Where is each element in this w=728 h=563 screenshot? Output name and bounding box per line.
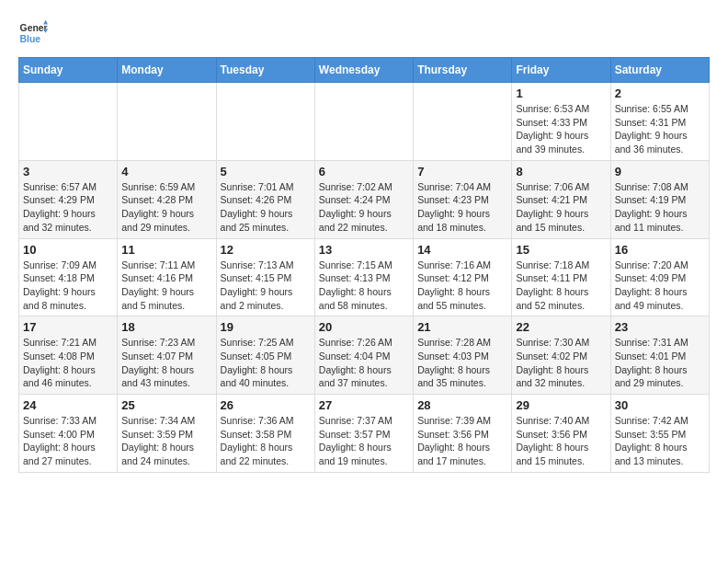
weekday-header-wednesday: Wednesday bbox=[314, 58, 413, 83]
day-number: 24 bbox=[23, 398, 113, 412]
day-info: Sunrise: 6:53 AM Sunset: 4:33 PM Dayligh… bbox=[516, 102, 606, 156]
day-info: Sunrise: 7:21 AM Sunset: 4:08 PM Dayligh… bbox=[23, 336, 113, 390]
day-info: Sunrise: 6:59 AM Sunset: 4:28 PM Dayligh… bbox=[121, 180, 211, 235]
day-info: Sunrise: 7:25 AM Sunset: 4:05 PM Dayligh… bbox=[221, 336, 311, 390]
logo: General Blue bbox=[18, 18, 53, 48]
day-number: 13 bbox=[319, 243, 409, 257]
day-info: Sunrise: 7:33 AM Sunset: 4:00 PM Dayligh… bbox=[23, 414, 113, 468]
page-header: General Blue bbox=[18, 18, 710, 48]
weekday-header-monday: Monday bbox=[118, 58, 216, 83]
calendar-table: SundayMondayTuesdayWednesdayThursdayFrid… bbox=[18, 57, 710, 473]
calendar-cell bbox=[19, 83, 118, 161]
calendar-cell: 27Sunrise: 7:37 AM Sunset: 3:57 PM Dayli… bbox=[314, 395, 413, 473]
day-info: Sunrise: 7:04 AM Sunset: 4:23 PM Dayligh… bbox=[417, 180, 507, 235]
day-number: 8 bbox=[516, 165, 606, 178]
calendar-cell: 24Sunrise: 7:33 AM Sunset: 4:00 PM Dayli… bbox=[19, 395, 118, 473]
day-number: 18 bbox=[121, 320, 211, 334]
calendar-cell bbox=[118, 83, 216, 161]
calendar-cell: 7Sunrise: 7:04 AM Sunset: 4:23 PM Daylig… bbox=[414, 160, 512, 238]
calendar-cell: 28Sunrise: 7:39 AM Sunset: 3:56 PM Dayli… bbox=[414, 395, 512, 473]
calendar-cell: 16Sunrise: 7:20 AM Sunset: 4:09 PM Dayli… bbox=[610, 238, 709, 316]
calendar-cell: 14Sunrise: 7:16 AM Sunset: 4:12 PM Dayli… bbox=[414, 238, 512, 316]
day-number: 25 bbox=[121, 398, 211, 412]
svg-marker-2 bbox=[43, 20, 48, 25]
day-info: Sunrise: 7:09 AM Sunset: 4:18 PM Dayligh… bbox=[23, 259, 113, 313]
calendar-cell: 5Sunrise: 7:01 AM Sunset: 4:26 PM Daylig… bbox=[216, 160, 314, 238]
day-number: 29 bbox=[516, 398, 606, 412]
calendar-cell: 21Sunrise: 7:28 AM Sunset: 4:03 PM Dayli… bbox=[414, 316, 512, 395]
day-number: 14 bbox=[417, 243, 507, 257]
day-info: Sunrise: 7:34 AM Sunset: 3:59 PM Dayligh… bbox=[121, 414, 211, 468]
day-number: 9 bbox=[615, 165, 705, 178]
day-number: 4 bbox=[121, 165, 211, 178]
day-info: Sunrise: 7:18 AM Sunset: 4:11 PM Dayligh… bbox=[516, 259, 606, 313]
day-info: Sunrise: 7:20 AM Sunset: 4:09 PM Dayligh… bbox=[615, 259, 705, 313]
weekday-header-thursday: Thursday bbox=[414, 58, 512, 83]
day-number: 16 bbox=[615, 243, 705, 257]
calendar-week-4: 17Sunrise: 7:21 AM Sunset: 4:08 PM Dayli… bbox=[19, 316, 710, 395]
day-info: Sunrise: 7:28 AM Sunset: 4:03 PM Dayligh… bbox=[417, 336, 507, 390]
calendar-header-row: SundayMondayTuesdayWednesdayThursdayFrid… bbox=[19, 58, 710, 83]
day-number: 22 bbox=[516, 320, 606, 334]
svg-text:Blue: Blue bbox=[20, 34, 41, 44]
calendar-cell: 13Sunrise: 7:15 AM Sunset: 4:13 PM Dayli… bbox=[314, 238, 413, 316]
calendar-cell: 29Sunrise: 7:40 AM Sunset: 3:56 PM Dayli… bbox=[512, 395, 610, 473]
calendar-week-1: 1Sunrise: 6:53 AM Sunset: 4:33 PM Daylig… bbox=[19, 83, 710, 161]
day-info: Sunrise: 6:57 AM Sunset: 4:29 PM Dayligh… bbox=[23, 180, 113, 235]
weekday-header-friday: Friday bbox=[512, 58, 610, 83]
day-number: 7 bbox=[417, 165, 507, 178]
day-info: Sunrise: 7:26 AM Sunset: 4:04 PM Dayligh… bbox=[319, 336, 409, 390]
calendar-cell: 8Sunrise: 7:06 AM Sunset: 4:21 PM Daylig… bbox=[512, 160, 610, 238]
day-number: 19 bbox=[221, 320, 311, 334]
calendar-cell: 19Sunrise: 7:25 AM Sunset: 4:05 PM Dayli… bbox=[216, 316, 314, 395]
day-number: 27 bbox=[319, 398, 409, 412]
calendar-cell: 26Sunrise: 7:36 AM Sunset: 3:58 PM Dayli… bbox=[216, 395, 314, 473]
weekday-header-tuesday: Tuesday bbox=[216, 58, 314, 83]
calendar-cell: 3Sunrise: 6:57 AM Sunset: 4:29 PM Daylig… bbox=[19, 160, 118, 238]
day-number: 1 bbox=[516, 86, 606, 100]
calendar-cell: 30Sunrise: 7:42 AM Sunset: 3:55 PM Dayli… bbox=[610, 395, 709, 473]
day-info: Sunrise: 6:55 AM Sunset: 4:31 PM Dayligh… bbox=[615, 102, 705, 156]
day-info: Sunrise: 7:31 AM Sunset: 4:01 PM Dayligh… bbox=[615, 336, 705, 390]
calendar-week-2: 3Sunrise: 6:57 AM Sunset: 4:29 PM Daylig… bbox=[19, 160, 710, 238]
day-info: Sunrise: 7:23 AM Sunset: 4:07 PM Dayligh… bbox=[121, 336, 211, 390]
calendar-cell: 1Sunrise: 6:53 AM Sunset: 4:33 PM Daylig… bbox=[512, 83, 610, 161]
day-number: 6 bbox=[319, 165, 409, 178]
day-info: Sunrise: 7:42 AM Sunset: 3:55 PM Dayligh… bbox=[615, 414, 705, 468]
calendar-cell: 4Sunrise: 6:59 AM Sunset: 4:28 PM Daylig… bbox=[118, 160, 216, 238]
day-number: 30 bbox=[615, 398, 705, 412]
day-number: 28 bbox=[417, 398, 507, 412]
day-number: 26 bbox=[221, 398, 311, 412]
day-number: 10 bbox=[23, 243, 113, 257]
day-info: Sunrise: 7:13 AM Sunset: 4:15 PM Dayligh… bbox=[221, 259, 311, 313]
calendar-cell: 22Sunrise: 7:30 AM Sunset: 4:02 PM Dayli… bbox=[512, 316, 610, 395]
day-number: 17 bbox=[23, 320, 113, 334]
calendar-cell: 2Sunrise: 6:55 AM Sunset: 4:31 PM Daylig… bbox=[610, 83, 709, 161]
calendar-cell bbox=[216, 83, 314, 161]
day-number: 12 bbox=[221, 243, 311, 257]
logo-icon: General Blue bbox=[18, 18, 48, 48]
calendar-cell: 9Sunrise: 7:08 AM Sunset: 4:19 PM Daylig… bbox=[610, 160, 709, 238]
day-info: Sunrise: 7:36 AM Sunset: 3:58 PM Dayligh… bbox=[221, 414, 311, 468]
day-number: 21 bbox=[417, 320, 507, 334]
calendar-week-5: 24Sunrise: 7:33 AM Sunset: 4:00 PM Dayli… bbox=[19, 395, 710, 473]
weekday-header-sunday: Sunday bbox=[19, 58, 118, 83]
day-info: Sunrise: 7:30 AM Sunset: 4:02 PM Dayligh… bbox=[516, 336, 606, 390]
day-number: 11 bbox=[121, 243, 211, 257]
weekday-header-saturday: Saturday bbox=[610, 58, 709, 83]
calendar-cell: 17Sunrise: 7:21 AM Sunset: 4:08 PM Dayli… bbox=[19, 316, 118, 395]
day-info: Sunrise: 7:08 AM Sunset: 4:19 PM Dayligh… bbox=[615, 180, 705, 235]
day-number: 3 bbox=[23, 165, 113, 178]
day-number: 5 bbox=[221, 165, 311, 178]
svg-text:General: General bbox=[20, 23, 48, 33]
calendar-cell: 12Sunrise: 7:13 AM Sunset: 4:15 PM Dayli… bbox=[216, 238, 314, 316]
day-info: Sunrise: 7:39 AM Sunset: 3:56 PM Dayligh… bbox=[417, 414, 507, 468]
day-info: Sunrise: 7:01 AM Sunset: 4:26 PM Dayligh… bbox=[221, 180, 311, 235]
calendar-cell: 18Sunrise: 7:23 AM Sunset: 4:07 PM Dayli… bbox=[118, 316, 216, 395]
calendar-week-3: 10Sunrise: 7:09 AM Sunset: 4:18 PM Dayli… bbox=[19, 238, 710, 316]
day-info: Sunrise: 7:16 AM Sunset: 4:12 PM Dayligh… bbox=[417, 259, 507, 313]
day-info: Sunrise: 7:11 AM Sunset: 4:16 PM Dayligh… bbox=[121, 259, 211, 313]
calendar-cell: 23Sunrise: 7:31 AM Sunset: 4:01 PM Dayli… bbox=[610, 316, 709, 395]
day-number: 23 bbox=[615, 320, 705, 334]
calendar-cell: 15Sunrise: 7:18 AM Sunset: 4:11 PM Dayli… bbox=[512, 238, 610, 316]
